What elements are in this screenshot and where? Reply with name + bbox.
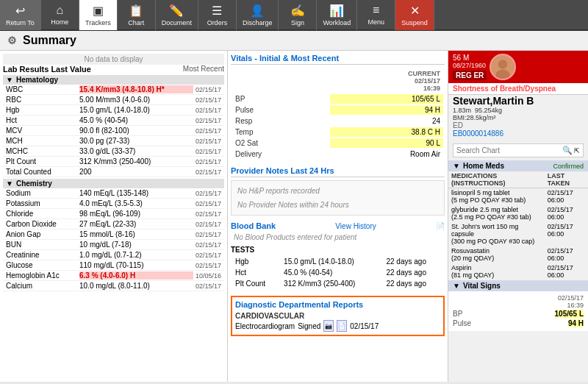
test-age-hct: 22 days ago — [383, 268, 443, 277]
lab-group-chemistry-header[interactable]: ▼ Chemistry — [3, 179, 224, 188]
patient-id[interactable]: EB0000014886 — [448, 129, 588, 141]
diag-camera-icon[interactable]: 📷 — [323, 320, 334, 332]
vitals-table: CURRENT 02/15/17 16:39 BP 105/65 L Pulse… — [231, 68, 445, 160]
toolbar-suspend[interactable]: ✕ Suspend — [395, 0, 434, 30]
patient-header-top: 56 M 08/27/1960 REG ER — [453, 54, 584, 80]
toolbar-menu[interactable]: ≡ Menu — [357, 0, 395, 30]
search-icon[interactable]: 🔍 — [562, 146, 573, 155]
toolbar-orders[interactable]: ☰ Orders — [198, 0, 237, 30]
lab-name-plt: Plt Count — [6, 157, 79, 166]
lab-results-header: Lab Results Last Value Most Recent — [3, 65, 224, 74]
toolbar-return-to[interactable]: ↩ Return To — [0, 0, 41, 30]
search-input[interactable] — [456, 146, 561, 154]
lab-date-chloride: 02/15/17 — [193, 210, 221, 218]
vital-value-temp: 38.8 C H — [330, 127, 443, 137]
vital-row-bp: BP 105/65 L — [232, 94, 443, 104]
lab-value-potassium: 4.0 mEq/L (3.5-5.3) — [79, 199, 193, 207]
document-icon: ✏️ — [169, 4, 184, 18]
test-age-plt: 22 days ago — [383, 279, 443, 288]
vital-value-o2sat: 90 L — [330, 138, 443, 148]
toolbar-chart[interactable]: 📋 Chart — [118, 0, 156, 30]
test-row-hgb: Hgb 15.0 gm/L (14.0-18.0) 22 days ago — [232, 257, 443, 266]
med-name-stjohnswort: St. John's wort 150 mg capsule(300 mg PO… — [448, 222, 545, 246]
lab-value-bun: 10 mg/dL (7-18) — [79, 241, 193, 249]
lab-date-rbc: 02/15/17 — [193, 96, 221, 104]
vital-signs-title: Vital Signs — [463, 282, 584, 290]
toolbar-home[interactable]: ⌂ Home — [41, 0, 79, 30]
lab-row-mch: MCH 30.0 pg (27-33) 02/15/17 — [3, 136, 224, 146]
vitals-current-time: 16:39 — [333, 85, 440, 92]
lab-value-plt: 312 K/mm3 (250-400) — [79, 157, 193, 166]
toolbar-document[interactable]: ✏️ Document — [156, 0, 198, 30]
lab-value-mcv: 90.0 fl (82-100) — [79, 127, 193, 135]
lab-row-co2: Carbon Dioxide 27 mEq/L (22-33) 02/15/17 — [3, 219, 224, 230]
lab-row-rbc: RBC 5.00 M/mm3 (4.0-6.0) 02/15/17 — [3, 95, 224, 105]
vital-signs-header[interactable]: ▼ Vital Signs — [448, 280, 588, 291]
lab-row-mcv: MCV 90.0 fl (82-100) 02/15/17 — [3, 126, 224, 136]
patient-department: ED — [448, 121, 588, 129]
lab-row-hgb: Hgb 15.0 gm/L (14.0-18.0) 02/15/17 — [3, 105, 224, 115]
return-to-icon: ↩ — [15, 4, 25, 18]
search-bar: 🔍 ⇱ — [453, 143, 584, 157]
lab-value-sodium: 140 mEq/L (135-148) — [79, 189, 193, 197]
middle-panel: Vitals - Initial & Most Recent CURRENT 0… — [228, 51, 448, 382]
chevron-vitals-icon: ▼ — [453, 282, 460, 290]
toolbar-workload[interactable]: 📊 Workload — [317, 0, 357, 30]
vitals-panel-date: 02/15/17 — [558, 294, 584, 302]
vital-panel-label-bp: BP — [453, 310, 462, 318]
patient-weight: 95.254kg — [475, 107, 502, 114]
lab-name-mch: MCH — [6, 137, 79, 145]
vitals-title: Vitals - Initial & Most Recent — [231, 54, 445, 65]
gear-settings-icon[interactable]: ⚙ — [7, 35, 17, 46]
diagnostic-reports-link[interactable]: Diagnostic Departmental Reports — [235, 300, 440, 309]
toolbar-discharge-label: Discharge — [243, 19, 273, 26]
med-date-aspirin: 02/15/1706:00 — [545, 263, 588, 280]
lab-row-hct: Hct 45.0 % (40-54) 02/15/17 — [3, 115, 224, 126]
no-data-bar: No data to display — [3, 54, 224, 65]
toolbar-sign[interactable]: ✍ Sign — [279, 0, 317, 30]
meds-table: MEDICATIONS (INSTRUCTIONS) LAST TAKEN li… — [448, 171, 588, 280]
lab-group-hematology-header[interactable]: ▼ Hematology — [3, 75, 224, 85]
lab-value-co2: 27 mEq/L (22-33) — [79, 220, 193, 228]
vital-row-delivery: Delivery Room Air — [232, 149, 443, 159]
lab-date-calcium: 02/15/17 — [193, 282, 221, 290]
vital-panel-label-pulse: Pulse — [453, 319, 471, 327]
history-icon: 📄 — [436, 222, 445, 230]
lab-value-mch: 30.0 pg (27-33) — [79, 137, 193, 145]
trackers-icon: ▣ — [93, 4, 104, 18]
workload-icon: 📊 — [329, 4, 344, 18]
blood-bank-link[interactable]: Blood Bank — [231, 221, 276, 230]
page-title: Summary — [23, 34, 76, 47]
lab-row-wbc: WBC 15.4 K/mm3 (4.8-10.8) H* 02/15/17 — [3, 85, 224, 95]
toolbar-return-to-label: Return To — [6, 19, 35, 26]
no-hp-msg: No H&P reports recorded — [234, 184, 441, 198]
lab-value-wbc: 15.4 K/mm3 (4.8-10.8) H* — [79, 85, 193, 93]
lab-name-chloride: Chloride — [6, 210, 79, 218]
med-date-lisinopril: 02/15/1706:00 — [545, 188, 588, 205]
vital-row-temp: Temp 38.8 C H — [232, 127, 443, 137]
diagnostic-category: CARDIOVASCULAR — [235, 312, 440, 320]
patient-dob: 08/27/1960 — [453, 62, 487, 69]
diag-print-icon[interactable]: 📄 — [337, 320, 347, 332]
med-name-rosuvastatin: Rosuvastatin(20 mg QDAY) — [448, 246, 545, 263]
lab-value-total-counted: 200 — [79, 168, 193, 176]
toolbar-trackers[interactable]: ▣ Trackers — [79, 0, 118, 30]
lab-name-mchc: MCHC — [6, 147, 79, 155]
view-history-link[interactable]: View History — [335, 222, 376, 230]
lab-results-title: Lab Results Last Value — [3, 65, 91, 74]
vitals-current-date: 02/15/17 — [333, 77, 440, 85]
lab-date-hgb: 02/15/17 — [193, 107, 221, 114]
test-value-hct: 45.0 % (40-54) — [281, 268, 381, 277]
chart-icon: 📋 — [129, 4, 143, 18]
toolbar-suspend-label: Suspend — [401, 19, 428, 26]
expand-icon[interactable]: ⇱ — [574, 147, 580, 154]
svg-point-1 — [498, 60, 507, 68]
lab-value-creatinine: 1.0 mg/dL (0.7-1.2) — [79, 251, 193, 259]
lab-date-plt: 02/15/17 — [193, 158, 221, 166]
med-name-glyburide: glyburide 2.5 mg tablet(2.5 mg PO QDAY #… — [448, 205, 545, 222]
med-date-rosuvastatin: 02/15/1706:00 — [545, 246, 588, 263]
patient-age-gender: 56 M — [453, 54, 487, 62]
toolbar-discharge[interactable]: 👤 Discharge — [237, 0, 279, 30]
vital-row-resp: Resp 24 — [232, 116, 443, 126]
home-meds-header[interactable]: ▼ Home Meds Confirmed — [448, 160, 588, 171]
